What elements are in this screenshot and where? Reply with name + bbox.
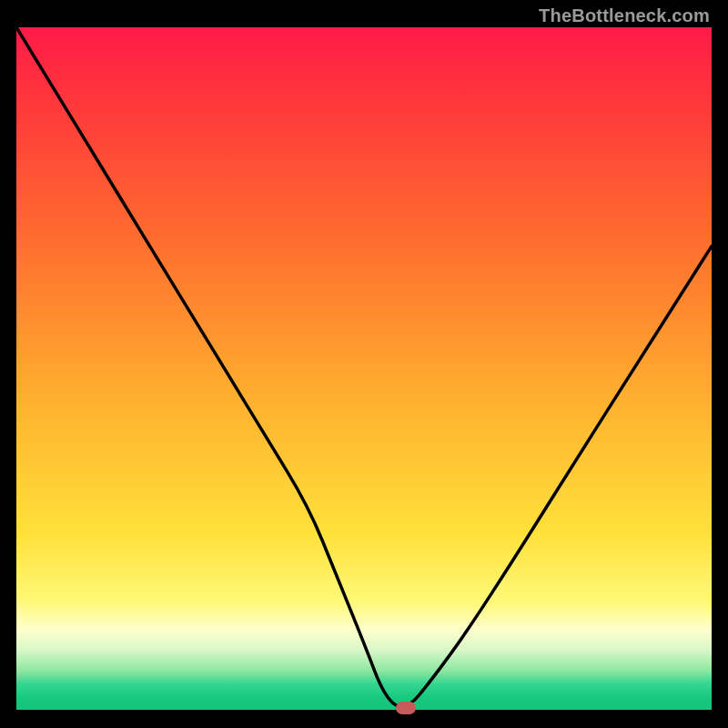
curve-path <box>16 27 712 707</box>
chart-frame: TheBottleneck.com <box>0 0 728 728</box>
plot-area <box>16 27 712 712</box>
watermark-text: TheBottleneck.com <box>539 5 710 26</box>
bottleneck-curve <box>16 27 712 712</box>
optimal-point-marker <box>396 702 416 714</box>
